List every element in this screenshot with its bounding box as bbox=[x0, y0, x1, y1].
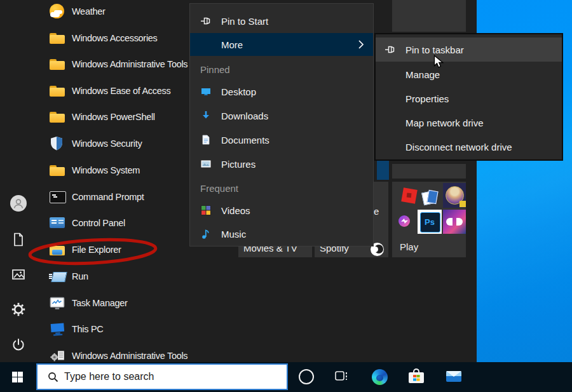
documents-button[interactable] bbox=[10, 231, 27, 248]
user-account-button[interactable] bbox=[10, 195, 27, 212]
app-label: This PC bbox=[72, 324, 103, 334]
chevron-right-icon bbox=[358, 39, 364, 52]
settings-button[interactable] bbox=[10, 301, 27, 318]
power-icon bbox=[10, 337, 27, 353]
messenger-icon bbox=[398, 215, 410, 227]
game-thumbnail-icon bbox=[443, 183, 466, 208]
app-label: Windows System bbox=[72, 165, 140, 175]
menu-item-downloads[interactable]: Downloads bbox=[190, 104, 373, 128]
submenu-item-label: Pin to taskbar bbox=[405, 44, 464, 55]
submenu-item-manage[interactable]: Manage bbox=[376, 62, 562, 86]
app-label: Task Manager bbox=[72, 298, 127, 308]
submenu-item-pin-to-taskbar[interactable]: Pin to taskbar bbox=[376, 37, 562, 62]
submenu-item-map-network-drive[interactable]: Map network drive bbox=[376, 111, 562, 135]
menu-item-documents[interactable]: Documents bbox=[190, 128, 373, 152]
context-menu: Pin to Start More Pinned Desktop Downloa… bbox=[189, 3, 374, 247]
submenu-item-label: Disconnect network drive bbox=[405, 142, 512, 152]
menu-item-desktop[interactable]: Desktop bbox=[190, 79, 373, 104]
app-label: Control Panel bbox=[72, 218, 125, 228]
folder-icon bbox=[49, 83, 65, 99]
app-list-item-weather[interactable]: Weather bbox=[31, 0, 188, 25]
command-prompt-icon bbox=[49, 189, 65, 205]
gear-icon bbox=[10, 301, 27, 318]
app-list-item-this-pc[interactable]: This PC bbox=[31, 316, 188, 342]
menu-item-more[interactable]: More bbox=[190, 33, 373, 56]
app-label: Windows Ease of Access bbox=[72, 86, 170, 96]
microsoft-store-button[interactable] bbox=[409, 368, 424, 386]
menu-item-label: Downloads bbox=[221, 111, 268, 121]
menu-item-pin-to-start[interactable]: Pin to Start bbox=[190, 9, 373, 33]
user-account-icon bbox=[10, 195, 27, 212]
app-list-item-windows-administrative-tools[interactable]: Windows Administrative Tools bbox=[31, 51, 188, 78]
app-label: Windows Security bbox=[72, 139, 142, 149]
submenu-item-properties[interactable]: Properties bbox=[376, 86, 562, 111]
tile-play-label: Play bbox=[400, 241, 418, 252]
taskbar-search-input[interactable] bbox=[58, 371, 287, 382]
app-list-item-windows-system[interactable]: Windows System bbox=[31, 157, 188, 184]
menu-item-label: Pin to Start bbox=[221, 16, 268, 27]
app-label: Command Prompt bbox=[72, 192, 144, 202]
downloads-icon bbox=[200, 110, 212, 121]
task-view-button[interactable] bbox=[335, 370, 348, 384]
app-list-item-command-prompt[interactable]: Command Prompt bbox=[31, 184, 188, 210]
app-list-item-control-panel[interactable]: Control Panel bbox=[31, 210, 188, 236]
menu-item-label: More bbox=[221, 39, 243, 50]
desktop-icon bbox=[200, 86, 212, 97]
pin-icon bbox=[385, 44, 396, 55]
videos-icon bbox=[200, 205, 212, 216]
this-pc-icon bbox=[49, 321, 65, 337]
shield-icon bbox=[49, 135, 65, 152]
search-icon bbox=[48, 372, 58, 382]
folder-icon bbox=[49, 162, 65, 179]
folder-icon bbox=[49, 56, 65, 72]
start-button[interactable] bbox=[12, 372, 17, 377]
tile-fragment-strip[interactable] bbox=[392, 164, 466, 179]
annotation-red-ellipse bbox=[27, 236, 160, 267]
edge-browser-button[interactable] bbox=[372, 369, 388, 385]
task-manager-icon bbox=[49, 295, 65, 311]
taskbar bbox=[0, 362, 572, 392]
power-button[interactable] bbox=[10, 337, 27, 353]
tile-fragment-top[interactable] bbox=[392, 0, 466, 32]
run-icon bbox=[49, 268, 65, 285]
submenu-item-label: Properties bbox=[405, 93, 449, 104]
app-list-item-windows-ease-of-access[interactable]: Windows Ease of Access bbox=[31, 78, 188, 104]
document-icon bbox=[10, 231, 27, 248]
submenu-item-disconnect-network-drive[interactable]: Disconnect network drive bbox=[376, 135, 562, 159]
app-list-item-windows-powershell[interactable]: Windows PowerShell bbox=[31, 104, 188, 130]
menu-item-label: Documents bbox=[221, 135, 269, 145]
task-view-icon bbox=[335, 370, 348, 382]
mail-button[interactable] bbox=[446, 371, 461, 382]
pin-icon bbox=[200, 15, 212, 27]
tile-play-group[interactable]: Ps Play bbox=[392, 182, 466, 257]
app-label: Windows Administrative Tools bbox=[72, 351, 187, 361]
pictures-button[interactable] bbox=[10, 266, 27, 283]
documents-icon bbox=[200, 134, 212, 145]
taskbar-search-box[interactable] bbox=[36, 363, 288, 390]
app-list-item-task-manager[interactable]: Task Manager bbox=[31, 290, 188, 316]
menu-item-pictures[interactable]: Pictures bbox=[190, 152, 373, 176]
submenu-item-label: Map network drive bbox=[405, 118, 484, 128]
menu-item-music[interactable]: Music bbox=[190, 222, 373, 246]
app-list-item-windows-administrative-tools-2[interactable]: Windows Administrative Tools bbox=[31, 342, 188, 362]
context-submenu: Pin to taskbar Manage Properties Map net… bbox=[374, 33, 563, 161]
pictures-item-icon bbox=[200, 158, 212, 170]
app-list-item-windows-security[interactable]: Windows Security bbox=[31, 130, 188, 157]
menu-item-videos[interactable]: Videos bbox=[190, 198, 373, 222]
tile-fragment-blue[interactable] bbox=[377, 161, 389, 180]
dolby-icon bbox=[443, 210, 466, 234]
app-list-item-windows-accessories[interactable]: Windows Accessories bbox=[31, 25, 188, 51]
cortana-button[interactable] bbox=[299, 369, 314, 384]
app-label: Windows PowerShell bbox=[72, 112, 155, 122]
music-icon bbox=[200, 228, 212, 240]
folder-icon bbox=[49, 109, 65, 125]
mouse-cursor bbox=[433, 55, 444, 70]
control-panel-icon bbox=[49, 215, 65, 231]
tile-partial-text: e bbox=[374, 206, 379, 217]
folder-icon bbox=[49, 30, 65, 46]
menu-item-label: Desktop bbox=[221, 86, 256, 97]
menu-item-label: Videos bbox=[221, 205, 250, 216]
submenu-item-label: Manage bbox=[405, 69, 440, 80]
section-header-pinned: Pinned bbox=[200, 64, 230, 75]
weather-app-icon bbox=[49, 3, 65, 20]
